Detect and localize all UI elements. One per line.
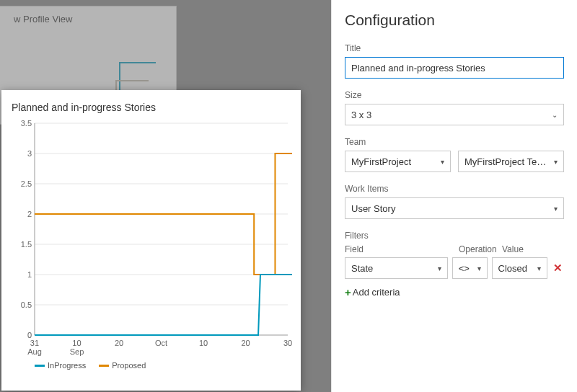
y-tick-label: 1.5 [21, 240, 32, 249]
x-tick-label: Oct [155, 339, 167, 347]
chevron-down-icon: ▾ [537, 264, 541, 272]
team-project-value: MyFirstProject [351, 156, 411, 167]
y-tick-label: 3.5 [21, 119, 32, 128]
filters-label: Filters [345, 231, 564, 241]
filters-header-row: Field Operation Value [345, 244, 564, 254]
chevron-down-icon: ▾ [438, 264, 441, 272]
legend-swatch-proposed [99, 365, 109, 367]
x-tick-label: 20 [115, 339, 123, 347]
chevron-down-icon: ▾ [477, 264, 481, 272]
chart-preview-card: Planned and in-progress Stories 00.511.5… [1, 90, 301, 391]
team-label: Team [345, 137, 564, 147]
work-items-value: User Story [351, 203, 395, 214]
add-criteria-label: Add criteria [353, 287, 400, 298]
legend-swatch-inprogress [35, 365, 45, 367]
team-name-select[interactable]: MyFirstProject Team ▾ [458, 151, 564, 172]
y-tick-label: 1 [27, 270, 32, 279]
filter-field-value: State [351, 263, 373, 274]
team-name-value: MyFirstProject Team [464, 156, 550, 167]
size-select[interactable]: 3 x 3 ⌄ [345, 104, 564, 125]
title-input[interactable] [345, 57, 564, 79]
x-tick-label: 31Aug [27, 339, 42, 356]
chevron-down-icon: ▾ [554, 158, 558, 166]
y-tick-label: 0.5 [21, 300, 32, 309]
size-select-value: 3 x 3 [351, 110, 371, 120]
filter-field-select[interactable]: State ▾ [345, 257, 448, 279]
legend-label-proposed: Proposed [112, 361, 146, 370]
x-tick-label: 20 [241, 339, 250, 347]
title-label: Title [345, 43, 564, 53]
chevron-down-icon: ▾ [441, 158, 444, 166]
configuration-panel: Configuration Title Size 3 x 3 ⌄ Team My… [331, 0, 577, 392]
filter-operation-value: <> [459, 263, 470, 274]
size-label: Size [345, 90, 564, 100]
chart-legend: InProgress Proposed [10, 357, 292, 370]
legend-label-inprogress: InProgress [48, 361, 86, 370]
x-tick-label: 10 [199, 339, 208, 347]
legend-item-proposed: Proposed [99, 361, 146, 370]
chevron-down-icon: ⌄ [552, 111, 558, 119]
remove-filter-button[interactable]: ✕ [552, 262, 564, 275]
filter-value-select[interactable]: Closed ▾ [492, 257, 548, 279]
team-project-select[interactable]: MyFirstProject ▾ [345, 151, 451, 172]
work-items-label: Work Items [345, 184, 564, 194]
filters-col-operation: Operation [459, 244, 495, 254]
line-chart [10, 119, 292, 357]
work-items-select[interactable]: User Story ▾ [345, 197, 564, 219]
chart-area: 00.511.522.533.5 31Aug10Sep20Oct102030 [10, 119, 292, 357]
x-tick-label: 10Sep [70, 339, 84, 356]
plus-icon: + [345, 286, 351, 298]
y-tick-label: 2 [27, 210, 32, 218]
filters-col-value: Value [502, 244, 560, 254]
y-tick-label: 2.5 [21, 179, 32, 188]
filter-value-value: Closed [498, 263, 527, 274]
chevron-down-icon: ▾ [554, 205, 558, 213]
y-tick-label: 3 [27, 149, 32, 158]
legend-item-inprogress: InProgress [35, 361, 86, 370]
left-preview-pane: w Profile View Planned and in-progress S… [0, 0, 331, 392]
filter-operation-select[interactable]: <> ▾ [452, 257, 488, 279]
chart-title: Planned and in-progress Stories [12, 102, 292, 113]
x-tick-label: 30 [283, 339, 292, 347]
filter-row: State ▾ <> ▾ Closed ▾ ✕ [345, 257, 564, 279]
filters-col-field: Field [345, 244, 452, 254]
add-criteria-button[interactable]: + Add criteria [345, 286, 400, 298]
configuration-heading: Configuration [345, 12, 564, 29]
